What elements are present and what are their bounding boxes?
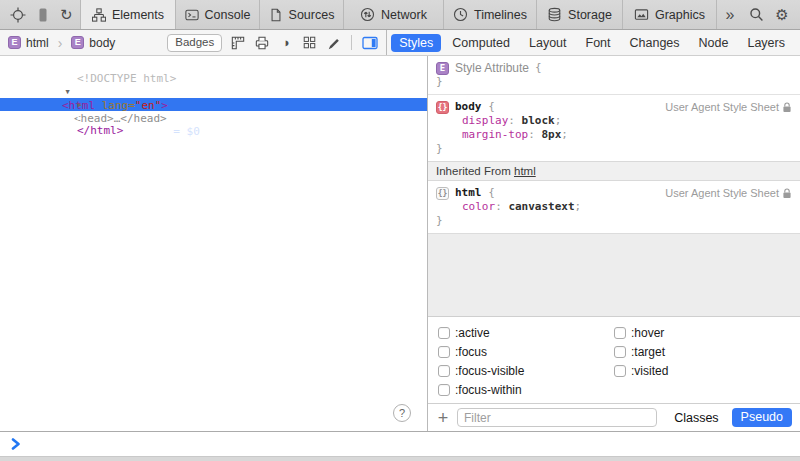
checkbox-visited[interactable] xyxy=(614,365,626,377)
attr-name-text: lang= xyxy=(102,99,135,112)
tab-changes[interactable]: Changes xyxy=(622,34,688,52)
tab-font[interactable]: Font xyxy=(578,34,619,52)
html-rule-section[interactable]: {} html { User Agent Style Sheet color: … xyxy=(428,181,800,234)
property-name: margin-top xyxy=(462,128,528,142)
close-brace: } xyxy=(436,214,443,228)
settings-gear-icon[interactable]: ⚙ xyxy=(770,6,794,24)
add-rule-button[interactable]: + xyxy=(436,409,450,427)
pseudo-focus-row: :focus xyxy=(438,342,614,361)
bottom-edge-strip xyxy=(0,456,800,461)
main-toolbar: ↻ Elements Console xyxy=(0,0,800,30)
checkbox-focus-within[interactable] xyxy=(438,384,450,396)
pseudo-class-panel: :active :focus :focus-visible :focus-wit… xyxy=(428,317,800,403)
dom-tree-toolbar: Badges ◑ xyxy=(167,34,378,52)
checkbox-target[interactable] xyxy=(614,346,626,358)
pseudo-toggle-button[interactable]: Pseudo xyxy=(732,408,792,427)
inspect-target-icon[interactable] xyxy=(10,6,26,24)
tab-label: Elements xyxy=(112,8,164,22)
property-name: display xyxy=(462,114,508,128)
network-icon xyxy=(360,7,375,22)
property-value: block xyxy=(522,114,555,128)
inspector-tabs: Elements Console Sources xyxy=(80,0,717,29)
tab-sources[interactable]: Sources xyxy=(259,0,343,29)
tab-layers[interactable]: Layers xyxy=(739,34,793,52)
tab-computed[interactable]: Computed xyxy=(444,34,518,52)
pseudo-label: :target xyxy=(631,345,665,359)
timelines-icon xyxy=(453,7,468,22)
property-value: canvastext xyxy=(508,200,574,214)
tab-elements[interactable]: Elements xyxy=(80,0,175,29)
tab-network[interactable]: Network xyxy=(343,0,443,29)
attr-value-text: "en" xyxy=(135,99,162,112)
toolbar-left-controls: ↻ xyxy=(0,0,80,29)
tab-console[interactable]: Console xyxy=(175,0,259,29)
rulers-icon[interactable] xyxy=(229,34,246,51)
pseudo-focus-visible-row: :focus-visible xyxy=(438,361,614,380)
checkbox-focus[interactable] xyxy=(438,346,450,358)
inherited-node-link[interactable]: html xyxy=(514,165,536,177)
tab-styles[interactable]: Styles xyxy=(391,34,441,52)
pseudo-label: :hover xyxy=(631,326,664,340)
empty-area xyxy=(428,234,800,317)
tag-text: </html> xyxy=(77,124,123,137)
rule-selector[interactable]: body xyxy=(455,100,482,114)
inherited-from-header: Inherited From html xyxy=(428,161,800,181)
style-attribute-section[interactable]: E Style Attribute { } xyxy=(428,56,800,95)
badges-button[interactable]: Badges xyxy=(167,34,222,52)
checkbox-active[interactable] xyxy=(438,327,450,339)
rule-origin: User Agent Style Sheet xyxy=(665,186,779,200)
quick-console-prompt[interactable] xyxy=(0,431,800,456)
search-icon[interactable] xyxy=(744,6,768,24)
pseudo-target-row: :target xyxy=(614,342,790,361)
body-rule-section[interactable]: {} body { User Agent Style Sheet display… xyxy=(428,95,800,161)
close-brace: } xyxy=(436,142,443,156)
tab-label: Storage xyxy=(568,8,612,22)
toolbar-divider xyxy=(351,35,352,50)
css-property[interactable]: color: canvastext; xyxy=(436,200,792,214)
tab-timelines[interactable]: Timelines xyxy=(443,0,536,29)
tab-label: Graphics xyxy=(655,8,705,22)
breadcrumb-item-body[interactable]: body xyxy=(89,36,115,50)
tab-label: Network xyxy=(381,8,427,22)
colon: : xyxy=(495,200,502,214)
breadcrumb-item-html[interactable]: html xyxy=(26,36,49,50)
more-tabs-icon[interactable]: » xyxy=(718,6,742,24)
main-content: <!DOCTYPE html> ▼ <html lang="en"> ▶ <he… xyxy=(0,56,800,431)
rule-selector[interactable]: html xyxy=(455,186,482,200)
pseudo-label: :active xyxy=(455,326,490,340)
colon: : xyxy=(508,114,515,128)
doctype-text: <!DOCTYPE html> xyxy=(77,72,176,85)
print-icon[interactable] xyxy=(253,34,270,51)
lock-icon xyxy=(782,188,792,199)
lock-icon xyxy=(782,102,792,113)
device-icon[interactable] xyxy=(35,6,51,24)
tab-storage[interactable]: Storage xyxy=(536,0,622,29)
chevron-right-icon: › xyxy=(58,35,63,51)
tab-node[interactable]: Node xyxy=(691,34,737,52)
semicolon: ; xyxy=(555,114,562,128)
filter-input[interactable] xyxy=(457,408,657,427)
property-name: color xyxy=(462,200,495,214)
reload-icon[interactable]: ↻ xyxy=(60,6,73,24)
breadcrumb: E html › E body xyxy=(8,35,115,51)
compositing-borders-icon[interactable] xyxy=(301,34,318,51)
edit-paint-icon[interactable] xyxy=(325,34,342,51)
toolbar-right-controls: » ⚙ xyxy=(718,0,800,29)
element-badge-icon: E xyxy=(436,62,449,75)
checkbox-focus-visible[interactable] xyxy=(438,365,450,377)
css-property[interactable]: margin-top: 8px; xyxy=(436,128,792,142)
tab-layout[interactable]: Layout xyxy=(521,34,575,52)
open-brace xyxy=(482,186,489,200)
element-badge-icon: E xyxy=(71,36,84,49)
dom-node-doctype[interactable]: <!DOCTYPE html> xyxy=(0,59,427,72)
element-badge-icon: E xyxy=(8,36,21,49)
appearance-contrast-icon[interactable]: ◑ xyxy=(277,34,294,51)
tab-graphics[interactable]: Graphics xyxy=(622,0,717,29)
console-icon xyxy=(185,8,199,22)
css-property[interactable]: display: block; xyxy=(436,114,792,128)
colon: : xyxy=(528,128,535,142)
help-button[interactable]: ? xyxy=(393,404,411,422)
checkbox-hover[interactable] xyxy=(614,327,626,339)
classes-toggle-button[interactable]: Classes xyxy=(668,411,724,425)
details-sidebar-toggle-icon[interactable] xyxy=(361,34,378,51)
